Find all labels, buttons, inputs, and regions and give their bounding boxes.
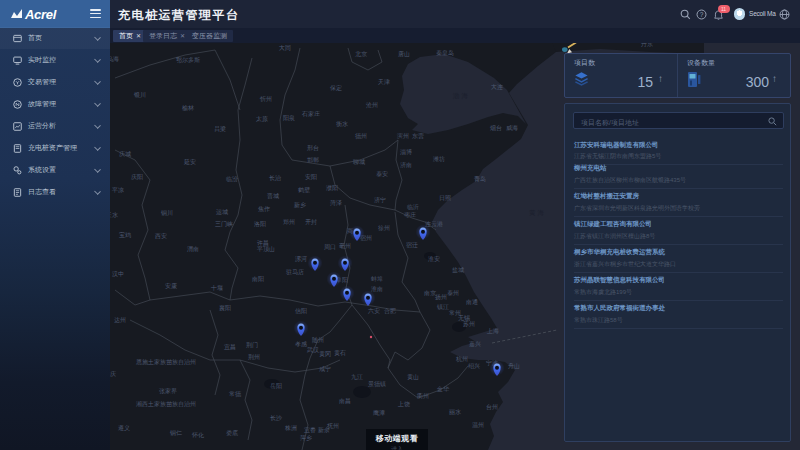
- svg-text:泰安: 泰安: [376, 170, 388, 178]
- svg-text:宜昌: 宜昌: [224, 343, 236, 351]
- svg-text:吕梁: 吕梁: [214, 125, 226, 133]
- svg-text:忻州: 忻州: [259, 96, 272, 102]
- svg-text:襄阳: 襄阳: [219, 304, 231, 312]
- svg-text:乌海: 乌海: [110, 56, 119, 63]
- svg-text:扬州: 扬州: [435, 294, 447, 301]
- svg-text:邢台: 邢台: [307, 144, 319, 152]
- svg-text:衢州: 衢州: [416, 392, 429, 400]
- svg-text:上海: 上海: [486, 328, 499, 334]
- svg-text:唐山: 唐山: [398, 50, 410, 58]
- svg-text:临沂: 临沂: [407, 204, 419, 211]
- svg-text:咸宁: 咸宁: [319, 365, 331, 372]
- svg-text:新乡: 新乡: [294, 201, 306, 208]
- svg-text:鹤壁: 鹤壁: [298, 186, 310, 194]
- svg-text:运城: 运城: [216, 209, 228, 215]
- svg-text:岳阳: 岳阳: [270, 383, 282, 390]
- svg-text:烟台: 烟台: [490, 125, 502, 132]
- svg-text:黄冈: 黄冈: [319, 351, 331, 358]
- svg-text:舟山: 舟山: [508, 362, 520, 369]
- svg-text:娄底: 娄底: [226, 429, 238, 436]
- svg-text:淮安: 淮安: [428, 255, 440, 262]
- svg-text:亳州: 亳州: [339, 242, 351, 249]
- svg-text:蚌埠: 蚌埠: [371, 276, 383, 282]
- svg-text:张家界: 张家界: [159, 387, 177, 395]
- svg-text:西安: 西安: [155, 232, 167, 240]
- svg-text:渭南: 渭南: [187, 245, 199, 252]
- svg-text:延安: 延安: [183, 158, 196, 165]
- svg-text:黄石: 黄石: [334, 349, 346, 357]
- svg-text:天水: 天水: [110, 212, 118, 218]
- svg-text:淮南: 淮南: [371, 286, 383, 292]
- svg-text:达州: 达州: [114, 317, 126, 324]
- svg-text:庆阳: 庆阳: [131, 173, 143, 181]
- svg-text:武汉: 武汉: [307, 347, 319, 353]
- svg-text:鹰潭: 鹰潭: [373, 409, 385, 417]
- svg-text:铜川: 铜川: [160, 209, 173, 216]
- svg-text:六安: 六安: [368, 307, 380, 314]
- svg-text:临汾: 临汾: [226, 176, 238, 183]
- svg-text:宿迁: 宿迁: [406, 241, 418, 249]
- svg-text:合肥: 合肥: [384, 308, 396, 315]
- svg-text:安康: 安康: [165, 282, 177, 290]
- svg-text:平顶山: 平顶山: [257, 245, 275, 252]
- svg-text:驻马店: 驻马店: [286, 268, 304, 276]
- svg-text:荆门: 荆门: [246, 341, 258, 348]
- svg-text:长沙: 长沙: [270, 415, 282, 421]
- svg-text:丽水: 丽水: [449, 408, 461, 416]
- svg-text:随州: 随州: [312, 336, 324, 344]
- svg-text:恩施土家族苗族自治州: 恩施土家族苗族自治州: [136, 358, 196, 366]
- svg-text:聊城: 聊城: [353, 159, 365, 165]
- svg-text:石家庄: 石家庄: [301, 110, 320, 118]
- svg-text:郑州: 郑州: [283, 219, 295, 225]
- svg-text:安阳: 安阳: [305, 173, 317, 181]
- svg-text:萍乡: 萍乡: [300, 435, 312, 441]
- svg-text:北京: 北京: [355, 50, 367, 58]
- svg-text:枣庄: 枣庄: [404, 211, 416, 218]
- svg-text:宜春: 宜春: [304, 426, 316, 434]
- svg-text:重庆: 重庆: [110, 370, 116, 377]
- svg-text:濮阳: 濮阳: [326, 185, 338, 192]
- svg-text:青岛: 青岛: [474, 176, 486, 182]
- svg-text:太原: 太原: [256, 115, 268, 122]
- svg-text:南阳: 南阳: [252, 276, 264, 283]
- svg-text:邯郸: 邯郸: [307, 156, 319, 163]
- svg-text:周口: 周口: [324, 244, 336, 251]
- svg-text:鄂尔多斯: 鄂尔多斯: [176, 56, 200, 64]
- svg-text:株洲: 株洲: [284, 425, 297, 431]
- svg-text:杭州: 杭州: [455, 355, 468, 363]
- svg-text:大连: 大连: [491, 83, 503, 91]
- svg-text:台州: 台州: [486, 404, 498, 411]
- svg-text:十堰: 十堰: [210, 284, 223, 291]
- svg-text:济南: 济南: [400, 161, 412, 168]
- svg-text:黄山: 黄山: [407, 374, 419, 380]
- svg-text:金华: 金华: [436, 386, 450, 392]
- svg-text:苏州: 苏州: [463, 320, 475, 327]
- svg-text:三门峡: 三门峡: [215, 220, 233, 227]
- svg-text:上饶: 上饶: [397, 401, 410, 408]
- svg-text:长治: 长治: [269, 175, 281, 182]
- svg-text:晋城: 晋城: [267, 193, 279, 200]
- svg-text:常德: 常德: [229, 391, 242, 398]
- svg-text:信阳: 信阳: [295, 308, 307, 315]
- svg-text:衡水: 衡水: [336, 121, 348, 128]
- svg-text:东营: 东营: [412, 132, 424, 140]
- svg-text:保定: 保定: [330, 84, 342, 92]
- svg-text:济宁: 济宁: [374, 196, 386, 203]
- svg-text:沧州: 沧州: [365, 102, 378, 109]
- svg-text:南通: 南通: [466, 298, 478, 305]
- svg-text:银川: 银川: [133, 91, 146, 98]
- svg-text:温州: 温州: [472, 421, 484, 428]
- svg-text:新余: 新余: [318, 426, 330, 434]
- svg-text:阳泉: 阳泉: [283, 115, 295, 122]
- svg-text:绍兴: 绍兴: [468, 362, 480, 370]
- svg-text:滨州: 滨州: [397, 132, 409, 139]
- svg-text:汉中: 汉中: [112, 271, 124, 277]
- svg-text:淄博: 淄博: [400, 149, 412, 156]
- svg-text:威海: 威海: [506, 125, 518, 131]
- svg-text:孝感: 孝感: [295, 341, 307, 347]
- svg-text:日照: 日照: [439, 195, 451, 202]
- svg-text:遵义: 遵义: [118, 424, 130, 431]
- svg-text:怀化: 怀化: [191, 432, 204, 439]
- svg-text:漯河: 漯河: [295, 255, 307, 262]
- svg-text:南昌: 南昌: [339, 398, 351, 405]
